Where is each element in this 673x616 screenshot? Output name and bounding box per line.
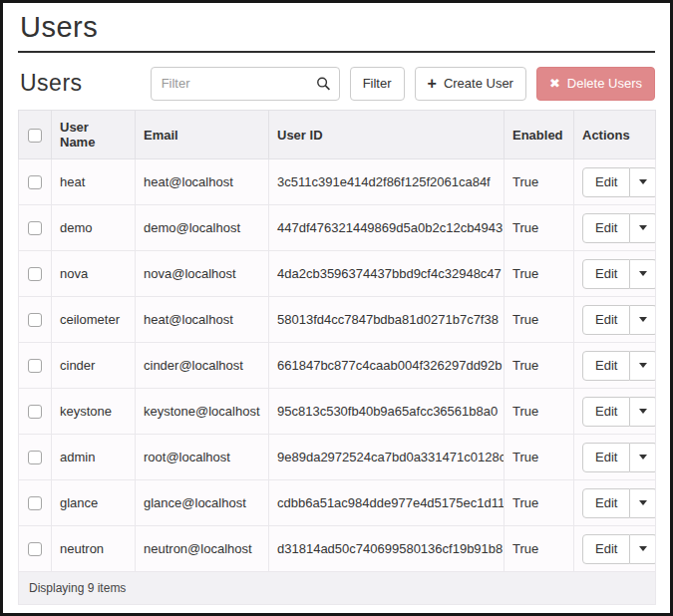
create-user-button-label: Create User <box>444 76 513 91</box>
enabled-cell: True <box>505 389 574 435</box>
edit-button[interactable]: Edit <box>582 534 630 564</box>
email-cell: keystone@localhost <box>136 389 269 435</box>
email-cell: glance@localhost <box>136 480 269 526</box>
actions-cell: Edit <box>574 480 656 526</box>
row-checkbox-cell <box>19 251 52 297</box>
users-table-header: User Name Email User ID Enabled Actions <box>19 111 656 159</box>
actions-cell: Edit <box>574 389 656 435</box>
email-cell: root@localhost <box>136 435 269 480</box>
row-checkbox[interactable] <box>28 542 42 556</box>
row-checkbox-cell <box>19 480 52 526</box>
footer-row: Displaying 9 items <box>19 572 656 605</box>
row-checkbox[interactable] <box>28 313 42 327</box>
create-user-button[interactable]: + Create User <box>415 67 526 101</box>
email-cell: nova@localhost <box>136 251 269 297</box>
select-all-cell <box>19 111 52 159</box>
edit-dropdown-toggle[interactable] <box>630 305 655 335</box>
user-id-cell: 3c511c391e414d2f86f125f2061ca84f <box>269 159 505 205</box>
edit-button[interactable]: Edit <box>582 397 630 427</box>
chevron-down-icon <box>639 179 647 184</box>
table-row: demodemo@localhost447df476321449869d5a0b… <box>19 205 656 251</box>
table-row: novanova@localhost4da2cb3596374437bbd9cf… <box>19 251 656 297</box>
enabled-cell: True <box>505 159 574 205</box>
users-table: User Name Email User ID Enabled Actions … <box>18 110 656 605</box>
edit-dropdown-toggle[interactable] <box>630 397 655 427</box>
table-row: ceilometerheat@localhost58013fd4cc7847bd… <box>19 297 656 343</box>
user-name-cell: heat <box>52 159 136 205</box>
edit-button-group: Edit <box>582 488 656 518</box>
row-checkbox[interactable] <box>28 405 42 419</box>
chevron-down-icon <box>639 225 647 230</box>
row-checkbox-cell <box>19 297 52 343</box>
edit-button[interactable]: Edit <box>582 305 630 335</box>
user-name-cell: ceilometer <box>52 297 136 343</box>
user-name-cell: cinder <box>52 343 136 389</box>
enabled-cell: True <box>505 526 574 572</box>
edit-dropdown-toggle[interactable] <box>630 534 655 564</box>
edit-button[interactable]: Edit <box>582 351 630 381</box>
column-header-user-name: User Name <box>52 111 136 159</box>
edit-dropdown-toggle[interactable] <box>630 488 655 518</box>
page-content: Users Users Filter + Create User ✖ Delet… <box>3 3 670 605</box>
row-checkbox-cell <box>19 435 52 480</box>
table-row: glanceglance@localhostcdbb6a51ac984dde97… <box>19 480 656 526</box>
search-icon <box>316 76 331 91</box>
row-checkbox[interactable] <box>28 496 42 510</box>
row-checkbox[interactable] <box>28 175 42 189</box>
user-name-cell: neutron <box>52 526 136 572</box>
email-cell: neutron@localhost <box>136 526 269 572</box>
row-checkbox-cell <box>19 205 52 251</box>
actions-cell: Edit <box>574 159 656 205</box>
enabled-cell: True <box>505 480 574 526</box>
row-checkbox-cell <box>19 159 52 205</box>
email-cell: heat@localhost <box>136 159 269 205</box>
row-checkbox-cell <box>19 526 52 572</box>
edit-dropdown-toggle[interactable] <box>630 351 655 381</box>
table-row: heatheat@localhost3c511c391e414d2f86f125… <box>19 159 656 205</box>
user-id-cell: 661847bc877c4caab004f326297dd92b <box>269 343 505 389</box>
filter-button[interactable]: Filter <box>350 67 405 101</box>
chevron-down-icon <box>639 546 647 551</box>
section-title: Users <box>20 70 83 97</box>
chevron-down-icon <box>639 455 647 460</box>
users-table-body: heatheat@localhost3c511c391e414d2f86f125… <box>19 159 656 572</box>
edit-button[interactable]: Edit <box>582 443 630 472</box>
table-row: adminroot@localhost9e89da2972524ca7bd0a3… <box>19 435 656 480</box>
enabled-cell: True <box>505 343 574 389</box>
edit-dropdown-toggle[interactable] <box>630 259 655 289</box>
row-count-status: Displaying 9 items <box>19 572 656 605</box>
edit-button[interactable]: Edit <box>582 259 630 289</box>
edit-button-group: Edit <box>582 443 656 472</box>
user-id-cell: cdbb6a51ac984dde977e4d5175ec1d11 <box>269 480 505 526</box>
edit-button[interactable]: Edit <box>582 213 630 243</box>
header-row: User Name Email User ID Enabled Actions <box>19 111 656 159</box>
edit-dropdown-toggle[interactable] <box>630 443 655 472</box>
actions-cell: Edit <box>574 343 656 389</box>
chevron-down-icon <box>639 409 647 414</box>
edit-dropdown-toggle[interactable] <box>630 213 655 243</box>
edit-dropdown-toggle[interactable] <box>630 167 655 197</box>
chevron-down-icon <box>639 271 647 276</box>
enabled-cell: True <box>505 435 574 480</box>
chevron-down-icon <box>639 500 647 505</box>
row-checkbox[interactable] <box>28 451 42 464</box>
edit-button-group: Edit <box>582 305 656 335</box>
row-checkbox[interactable] <box>28 267 42 281</box>
edit-button[interactable]: Edit <box>582 488 630 518</box>
title-divider <box>18 51 655 53</box>
select-all-checkbox[interactable] <box>28 129 42 143</box>
row-checkbox-cell <box>19 389 52 435</box>
user-name-cell: keystone <box>52 389 136 435</box>
delete-users-button[interactable]: ✖ Delete Users <box>536 67 655 101</box>
email-cell: cinder@localhost <box>136 343 269 389</box>
user-id-cell: 58013fd4cc7847bdba81d0271b7c7f38 <box>269 297 505 343</box>
edit-button[interactable]: Edit <box>582 167 630 197</box>
page-title: Users <box>20 11 655 44</box>
user-name-cell: admin <box>52 435 136 480</box>
edit-button-group: Edit <box>582 259 656 289</box>
row-checkbox[interactable] <box>28 359 42 373</box>
row-checkbox[interactable] <box>28 221 42 235</box>
filter-input[interactable] <box>151 67 340 101</box>
filter-field-wrap <box>151 67 340 101</box>
user-id-cell: 9e89da2972524ca7bd0a331471c0128c <box>269 435 505 480</box>
